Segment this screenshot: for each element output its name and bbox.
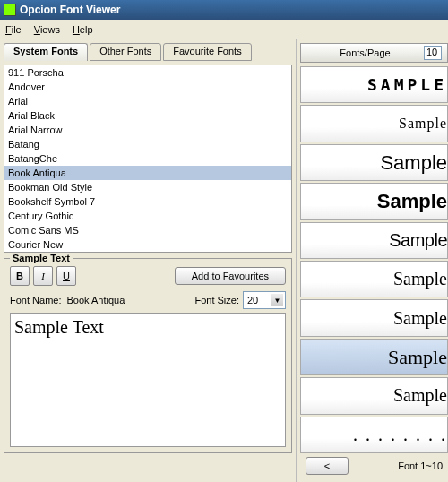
menu-file[interactable]: File <box>5 24 22 35</box>
list-item[interactable]: Century Gothic <box>4 209 291 223</box>
menu-views[interactable]: Views <box>34 24 60 35</box>
list-item[interactable]: Arial <box>4 94 291 108</box>
list-item[interactable]: Arial Narrow <box>4 123 291 137</box>
sample-card[interactable]: Sample <box>300 299 448 336</box>
list-item[interactable]: Comic Sans MS <box>4 223 291 237</box>
sample-card[interactable]: Sample <box>300 183 448 219</box>
font-name-label: Font Name: <box>10 295 61 306</box>
font-list[interactable]: 911 PorschaAndoverArialArial BlackArial … <box>4 65 291 252</box>
menubar: File Views Help <box>0 20 448 39</box>
sample-card[interactable]: Sample <box>300 377 448 414</box>
list-item[interactable]: Book Antiqua <box>4 166 291 180</box>
sample-card[interactable]: Sample <box>300 339 448 375</box>
sample-card[interactable]: Sample <box>300 222 448 259</box>
pagination-footer: < Font 1~10 <box>300 453 448 478</box>
list-item[interactable]: Bookman Old Style <box>4 180 291 194</box>
list-item[interactable]: BatangChe <box>4 151 291 166</box>
underline-button[interactable]: U <box>56 266 76 286</box>
sample-preview[interactable]: Sample Text <box>10 313 286 447</box>
fonts-per-page-input[interactable]: 10 <box>424 46 442 60</box>
sample-card[interactable]: SAMPLE <box>300 66 448 103</box>
font-range-label: Font 1~10 <box>398 460 443 471</box>
tab-favourite-fonts[interactable]: Favourite Fonts <box>163 43 251 61</box>
sample-card[interactable]: Sample <box>300 144 448 181</box>
sample-card[interactable]: Sample <box>300 261 448 297</box>
list-item[interactable]: Andover <box>4 80 291 94</box>
italic-button[interactable]: I <box>33 266 53 286</box>
window-title: Opcion Font Viewer <box>20 4 120 16</box>
add-to-favourites-button[interactable]: Add to Favourites <box>175 267 286 285</box>
prev-page-button[interactable]: < <box>306 457 349 475</box>
list-item[interactable]: Courier New <box>4 237 291 252</box>
font-size-value: 20 <box>247 295 258 306</box>
sample-cards: SAMPLESampleSampleSampleSampleSampleSamp… <box>300 66 448 453</box>
fonts-per-page-bar: Fonts/Page 10 <box>300 43 448 63</box>
list-item[interactable]: 911 Porscha <box>4 65 291 80</box>
tab-other-fonts[interactable]: Other Fonts <box>90 43 161 61</box>
tabs: System Fonts Other Fonts Favourite Fonts <box>4 43 292 61</box>
app-icon <box>4 4 16 16</box>
fonts-per-page-label: Fonts/Page <box>340 47 390 58</box>
tab-system-fonts[interactable]: System Fonts <box>4 43 88 61</box>
sample-card[interactable]: Sample <box>300 105 448 142</box>
font-size-select[interactable]: 20 ▼ <box>243 291 286 309</box>
bold-button[interactable]: B <box>10 266 30 286</box>
titlebar: Opcion Font Viewer <box>0 0 448 20</box>
sample-legend: Sample Text <box>10 253 73 263</box>
font-list-panel: 911 PorschaAndoverArialArial BlackArial … <box>4 65 292 253</box>
menu-help[interactable]: Help <box>73 24 93 35</box>
list-item[interactable]: Batang <box>4 137 291 151</box>
list-item[interactable]: Arial Black <box>4 108 291 123</box>
font-name-value: Book Antiqua <box>66 295 125 306</box>
font-size-label: Font Size: <box>194 295 239 306</box>
sample-text-group: Sample Text B I U Add to Favourites Font… <box>4 258 292 453</box>
chevron-down-icon: ▼ <box>271 294 283 306</box>
sample-card[interactable]: . . . . . . . . <box>300 417 448 453</box>
list-item[interactable]: Bookshelf Symbol 7 <box>4 194 291 209</box>
